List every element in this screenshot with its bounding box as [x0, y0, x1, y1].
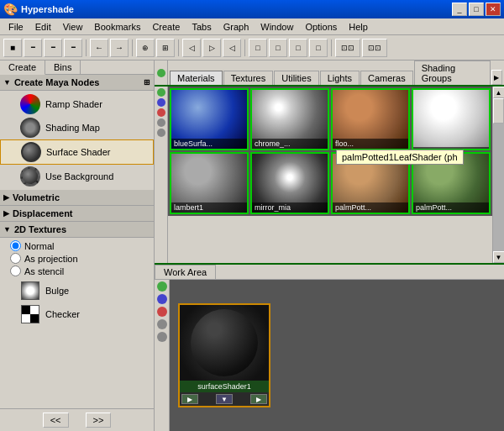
menu-create[interactable]: Create	[147, 21, 185, 33]
tb-back-btn[interactable]: ←	[90, 39, 108, 57]
node-play-button[interactable]: ▶	[181, 394, 198, 404]
menu-edit[interactable]: Edit	[30, 21, 56, 33]
tb-extra2-btn[interactable]: ⊡⊡	[362, 39, 387, 57]
scroll-thumb[interactable]	[493, 98, 504, 124]
scroll-up-arrow[interactable]: ▲	[493, 87, 505, 98]
use-bg-icon	[20, 166, 40, 187]
bulge-label: Bulge	[45, 286, 69, 296]
toolbar-separator-1	[86, 39, 87, 56]
tab-bins[interactable]: Bins	[45, 60, 81, 74]
2d-textures-header[interactable]: ▼ 2D Textures	[0, 222, 154, 238]
material-thumb-white[interactable]	[412, 88, 491, 150]
tab-create[interactable]: Create	[0, 60, 45, 75]
menu-graph[interactable]: Graph	[218, 21, 255, 33]
tb-box4-btn[interactable]: □	[309, 39, 328, 57]
node-play2-button[interactable]: ▶	[250, 394, 267, 404]
strip-icon-4[interactable]	[157, 118, 165, 127]
node-footer: ▶ ▼ ▶	[180, 392, 269, 406]
radio-stencil-label: As stencil	[24, 266, 64, 276]
minimize-button[interactable]: _	[452, 3, 467, 16]
tb-line3-btn[interactable]: ━	[64, 39, 82, 57]
menu-file[interactable]: File	[3, 21, 29, 33]
tb-box2-btn[interactable]: □	[269, 39, 287, 57]
menu-options[interactable]: Options	[300, 21, 342, 33]
prev-button[interactable]: <<	[43, 413, 69, 428]
work-strip-icon-3[interactable]	[157, 307, 167, 317]
bulge-item[interactable]: Bulge	[0, 279, 154, 302]
tab-materials[interactable]: Materials	[170, 71, 223, 85]
node-label: surfaceShader1	[180, 381, 269, 392]
material-label-white	[413, 147, 489, 149]
tb-grid1-btn[interactable]: ⊕	[136, 39, 155, 57]
mat-scrollbar[interactable]: ▲ ▼	[492, 87, 504, 263]
tb-grid2-btn[interactable]: ⊞	[156, 39, 175, 57]
strip-icon-1[interactable]	[157, 88, 165, 97]
tb-line1-btn[interactable]: ━	[24, 39, 42, 57]
tb-right-btn[interactable]: ▷	[202, 39, 221, 57]
left-icon-strip	[155, 87, 168, 263]
work-strip-icon-5[interactable]	[157, 332, 167, 342]
work-strip-icon-2[interactable]	[157, 294, 167, 304]
tab-lights[interactable]: Lights	[320, 71, 360, 85]
tb-extra1-btn[interactable]: ⊡⊡	[335, 39, 360, 57]
tab-utilities[interactable]: Utilities	[274, 71, 318, 85]
scroll-down-arrow[interactable]: ▼	[493, 251, 505, 263]
close-button[interactable]: ✕	[486, 3, 501, 16]
material-thumb-bluesurf[interactable]: blueSurfa...	[170, 88, 249, 150]
material-thumb-mirror[interactable]: mirror_mia	[250, 152, 329, 214]
scroll-track	[493, 98, 504, 251]
tb-line2-btn[interactable]: ━	[44, 39, 62, 57]
shading-map-item[interactable]: Shading Map	[0, 116, 154, 139]
displacement-header[interactable]: ▶ Displacement	[0, 206, 154, 222]
material-thumb-floor[interactable]: floo...	[331, 88, 410, 150]
maximize-button[interactable]: □	[469, 3, 484, 16]
surface-shader-node[interactable]: surfaceShader1 ▶ ▼ ▶	[178, 303, 270, 407]
toolbar-separator-3	[178, 39, 179, 56]
more-tabs-button[interactable]: ▶	[491, 70, 502, 85]
menu-tabs[interactable]: Tabs	[186, 21, 216, 33]
menu-bookmarks[interactable]: Bookmarks	[89, 21, 145, 33]
menu-help[interactable]: Help	[344, 21, 373, 33]
node-down-button[interactable]: ▼	[216, 394, 233, 404]
checker-item[interactable]: Checker	[0, 302, 154, 326]
toolbar-separator-4	[244, 39, 245, 56]
tb-fwd-btn[interactable]: →	[110, 39, 129, 57]
strip-icon-2[interactable]	[157, 98, 165, 107]
ramp-shader-item[interactable]: Ramp Shader	[0, 92, 154, 116]
tb-box3-btn[interactable]: □	[289, 39, 307, 57]
tab-textures[interactable]: Textures	[223, 71, 274, 85]
material-label-chrome: chrome_...	[252, 139, 328, 149]
radio-stencil[interactable]: As stencil	[10, 265, 144, 277]
tab-shading-groups[interactable]: Shading Groups	[414, 60, 491, 85]
node-sphere-icon	[191, 309, 258, 376]
toolbar-separator-5	[331, 39, 332, 56]
radio-normal-label: Normal	[24, 241, 54, 251]
work-strip-icon-1[interactable]	[157, 281, 167, 292]
surface-shader-item[interactable]: Surface Shader	[0, 139, 154, 165]
strip-icon-3[interactable]	[157, 108, 165, 117]
material-thumb-chrome[interactable]: chrome_...	[250, 88, 329, 150]
chevron-right-icon-2: ▶	[3, 209, 9, 218]
next-button[interactable]: >>	[86, 413, 112, 428]
tb-left2-btn[interactable]: ◁	[223, 39, 241, 57]
tb-box1-btn[interactable]: □	[249, 39, 267, 57]
create-maya-nodes-header[interactable]: ▼ Create Maya Nodes ⊞	[0, 75, 154, 91]
volumetric-header[interactable]: ▶ Volumetric	[0, 190, 154, 206]
work-area-tab[interactable]: Work Area	[155, 265, 216, 279]
radio-normal[interactable]: Normal	[10, 239, 144, 252]
strip-icon-5[interactable]	[157, 129, 165, 137]
tab-cameras[interactable]: Cameras	[360, 71, 413, 85]
work-canvas: surfaceShader1 ▶ ▼ ▶	[170, 280, 504, 431]
work-strip-icon-4[interactable]	[157, 319, 167, 329]
use-background-item[interactable]: Use Background	[0, 165, 154, 188]
window-controls: _ □ ✕	[452, 3, 501, 16]
menu-view[interactable]: View	[58, 21, 88, 33]
white-sphere	[413, 90, 489, 149]
menu-window[interactable]: Window	[255, 21, 298, 33]
work-tabs: Work Area	[155, 265, 504, 280]
tb-select-btn[interactable]: ■	[3, 39, 22, 57]
ramp-shader-label: Ramp Shader	[45, 99, 102, 109]
material-thumb-lambert[interactable]: lambert1	[170, 152, 249, 214]
radio-projection[interactable]: As projection	[10, 252, 144, 265]
tb-left-btn[interactable]: ◁	[182, 39, 201, 57]
